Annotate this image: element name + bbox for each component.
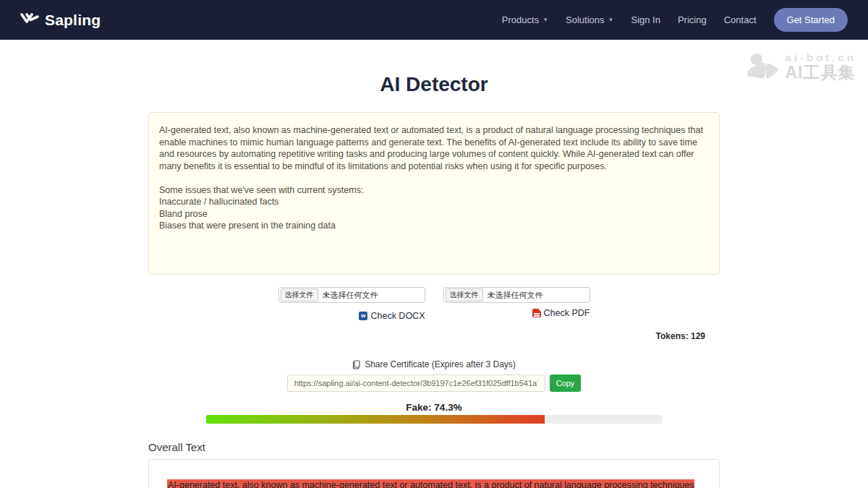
certificate-url-input[interactable] [287, 374, 545, 392]
no-file-chosen-label: 未选择任何文件 [323, 290, 378, 301]
brand-name: Sapling [45, 12, 101, 29]
nav-menu: Products▼ Solutions▼ Sign In Pricing Con… [502, 8, 848, 32]
nav-item-sign-in[interactable]: Sign In [631, 14, 660, 25]
clipboard-icon [352, 360, 360, 369]
overall-text-panel: AI-generated text, also known as machine… [148, 459, 720, 488]
word-doc-icon: w [359, 312, 367, 320]
choose-file-button[interactable]: 选择文件 [446, 288, 483, 301]
check-pdf-button[interactable]: Check PDF [532, 308, 590, 318]
fake-score-bar [206, 415, 662, 424]
tokens-count: Tokens: 129 [148, 331, 720, 341]
ai-bot-watermark: ai-bot.cn AI工具集 [746, 52, 857, 81]
watermark-domain: ai-bot.cn [786, 52, 857, 63]
share-url-row: Copy [148, 374, 720, 392]
nav-item-pricing[interactable]: Pricing [678, 14, 707, 25]
share-certificate-link[interactable]: Share Certificate (Expires after 3 Days) [148, 359, 720, 369]
chevron-down-icon: ▼ [608, 17, 614, 23]
overall-text-heading: Overall Text [148, 441, 720, 453]
top-navbar: Sapling Products▼ Solutions▼ Sign In Pri… [0, 0, 868, 40]
fake-score-label: Fake: 74.3% [148, 402, 720, 413]
page-title: AI Detector [148, 73, 720, 96]
no-file-chosen-label: 未选择任何文件 [488, 290, 543, 301]
fake-score-bar-fill [206, 415, 545, 424]
nav-item-contact[interactable]: Contact [724, 14, 757, 25]
nav-item-products[interactable]: Products▼ [502, 14, 548, 25]
docx-file-input[interactable]: 选择文件 未选择任何文件 [278, 287, 425, 303]
main-content: AI Detector 选择文件 未选择任何文件 w Check DOCX 选择… [148, 73, 720, 488]
watermark-name: AI工具集 [786, 64, 857, 81]
check-docx-button[interactable]: w Check DOCX [359, 311, 425, 321]
ai-bot-logo-icon [746, 53, 778, 80]
copy-button[interactable]: Copy [550, 374, 582, 392]
nav-item-solutions[interactable]: Solutions▼ [566, 14, 613, 25]
highlighted-result-text: AI-generated text, also known as machine… [168, 479, 700, 488]
detector-text-input[interactable] [148, 112, 720, 275]
pdf-file-input[interactable]: 选择文件 未选择任何文件 [443, 287, 590, 303]
choose-file-button[interactable]: 选择文件 [281, 288, 318, 301]
pdf-upload-group: 选择文件 未选择任何文件 Check PDF [443, 287, 590, 321]
chevron-down-icon: ▼ [542, 17, 548, 23]
upload-row: 选择文件 未选择任何文件 w Check DOCX 选择文件 未选择任何文件 C… [148, 287, 720, 321]
pdf-file-icon [532, 309, 541, 317]
get-started-button[interactable]: Get Started [774, 8, 848, 32]
sapling-logo[interactable]: Sapling [20, 12, 101, 29]
docx-upload-group: 选择文件 未选择任何文件 w Check DOCX [278, 287, 425, 321]
sapling-leaf-icon [20, 12, 39, 28]
